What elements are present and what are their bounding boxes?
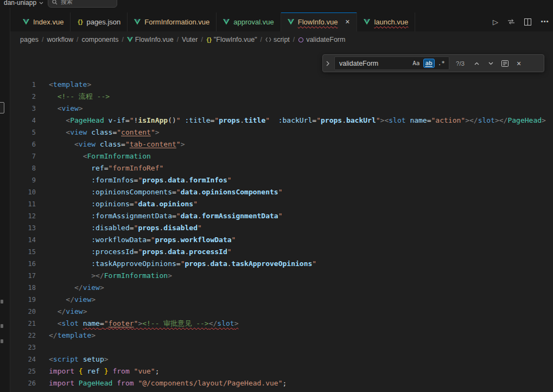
code-token: >	[79, 104, 83, 112]
code-token: "	[198, 224, 202, 232]
breadcrumb-item-vuter[interactable]: Vuter	[181, 36, 198, 43]
code-token: {	[79, 367, 83, 375]
breadcrumb-item-workflow[interactable]: workflow	[46, 36, 74, 43]
code-token: tab-content	[130, 140, 176, 148]
line-number: 23	[10, 342, 36, 353]
code-line-24: 24<script setup>	[10, 353, 553, 365]
code-token: >	[91, 331, 96, 339]
close-tab-icon[interactable]: ×	[342, 17, 352, 27]
code-token	[181, 116, 185, 124]
close-find-icon[interactable]: ×	[513, 58, 524, 69]
code-line-25: 25import { ref } from "vue";	[10, 365, 553, 377]
more-actions-icon[interactable]: ⋯	[541, 17, 549, 27]
toggle-replace-chevron-icon[interactable]	[324, 55, 331, 72]
tab-forminformation-vue[interactable]: FormInformation.vue	[128, 12, 217, 31]
code-token: :opinionsComponents	[91, 188, 172, 196]
code-text: :workflowData="props.workflowData"	[49, 234, 236, 246]
tab-launch-vue[interactable]: launch.vue	[357, 12, 415, 31]
workspace-name-label: dan-uniapp	[4, 0, 36, 7]
tab-label: FlowInfo.vue	[298, 18, 338, 26]
code-token: ()	[168, 116, 176, 124]
code-token: view	[74, 295, 91, 304]
code-token	[49, 248, 91, 256]
code-token: title	[244, 116, 265, 124]
code-token: =	[125, 116, 130, 124]
code-text: :processId="props.data.processId"	[49, 246, 232, 258]
code-text: </view>	[49, 282, 104, 294]
code-line-7: 7 <FormInformation	[10, 150, 553, 162]
code-token: .	[240, 116, 244, 124]
code-token	[49, 295, 66, 304]
code-line-19: 19 </view>	[10, 294, 553, 306]
code-token	[270, 116, 278, 124]
code-token: view	[79, 140, 96, 148]
tab-approval-vue[interactable]: approval.vue	[217, 12, 281, 31]
code-token: .	[198, 212, 202, 220]
next-match-icon[interactable]	[485, 58, 496, 69]
tab-label: approval.vue	[233, 18, 274, 26]
breadcrumb-item-flowinfo-vue[interactable]: {}"FlowInfo.vue"	[206, 36, 258, 43]
code-token: slot	[478, 116, 495, 124]
command-center-search[interactable]: 搜索	[48, 0, 117, 8]
previous-match-icon[interactable]	[471, 58, 482, 69]
code-token: "	[117, 128, 121, 136]
code-token: data	[138, 200, 155, 208]
line-number: 21	[10, 318, 36, 330]
code-text: ref="formInfoRef"	[49, 162, 163, 174]
breadcrumb-separator: /	[77, 36, 78, 43]
code-line-5: 5 <view class="content">	[10, 127, 553, 138]
code-token: data	[181, 188, 198, 196]
code-token: </	[58, 307, 66, 315]
tab-index-vue[interactable]: Index.vue	[16, 12, 71, 31]
open-changes-icon[interactable]	[507, 18, 515, 25]
line-number: 19	[10, 294, 36, 306]
code-token: ></	[495, 116, 507, 124]
tab-label: Index.vue	[33, 18, 63, 26]
code-text: <template>	[49, 79, 91, 91]
code-token	[49, 188, 91, 196]
regex-button[interactable]: .*	[436, 59, 447, 68]
code-line-11: 11 :opinions="data.opinions"	[10, 198, 553, 210]
line-number: 12	[10, 210, 36, 222]
find-input[interactable]	[338, 59, 409, 68]
run-icon[interactable]: ▷	[493, 18, 498, 26]
cropped-text-fragment	[1, 300, 3, 304]
tab-flowinfo-vue[interactable]: FlowInfo.vue×	[281, 12, 358, 31]
breadcrumb-item-components[interactable]: components	[81, 36, 119, 43]
code-token: }	[104, 367, 109, 375]
code-token: ref	[87, 367, 99, 375]
breadcrumb-label: FlowInfo.vue	[135, 36, 174, 43]
tab-pages-json[interactable]: {}pages.json	[71, 12, 128, 31]
code-text: <script setup>	[49, 353, 109, 365]
code-token: :disabled	[91, 224, 129, 232]
code-line-13: 13 :disabled="props.disabled"	[10, 222, 553, 234]
code-token: props	[185, 260, 206, 268]
cropped-text-fragment	[1, 339, 3, 343]
code-token	[96, 140, 100, 148]
split-editor-icon[interactable]	[524, 18, 531, 26]
code-text: :taskApproveOpinions="props.data.taskApp…	[49, 258, 316, 270]
breadcrumb-separator: /	[260, 36, 262, 43]
code-token: </	[74, 283, 83, 292]
code-token: >	[104, 355, 109, 363]
whole-word-button[interactable]: ab	[423, 59, 435, 68]
code-token	[49, 307, 58, 315]
breadcrumb-label: "FlowInfo.vue"	[214, 36, 257, 43]
line-number: 17	[10, 270, 36, 282]
breadcrumb-item-flowinfo-vue[interactable]: FlowInfo.vue	[126, 36, 174, 43]
breadcrumb-item-script[interactable]: script	[265, 36, 290, 43]
find-in-selection-icon[interactable]	[499, 58, 510, 69]
code-line-18: 18 </view>	[10, 282, 553, 294]
code-line-6: 6 <view class="tab-content">	[10, 138, 553, 150]
code-text: <!-- 流程 -->	[49, 91, 110, 103]
code-line-3: 3 <view>	[10, 103, 553, 115]
code-editor[interactable]: Aa ab .* ?/3 × 1<template>2 <!-- 流程 -->3…	[10, 48, 553, 392]
match-case-button[interactable]: Aa	[410, 59, 422, 68]
code-token: "@/components/layout/PageHead.vue"	[138, 379, 282, 387]
breadcrumb-label: workflow	[47, 36, 73, 43]
breadcrumb-item-pages[interactable]: pages	[20, 36, 39, 43]
code-token: "	[151, 128, 155, 136]
workspace-menu[interactable]: dan-uniapp	[4, 0, 43, 7]
breadcrumb-item-validateform[interactable]: validateForm	[297, 36, 346, 43]
code-token	[49, 224, 91, 232]
